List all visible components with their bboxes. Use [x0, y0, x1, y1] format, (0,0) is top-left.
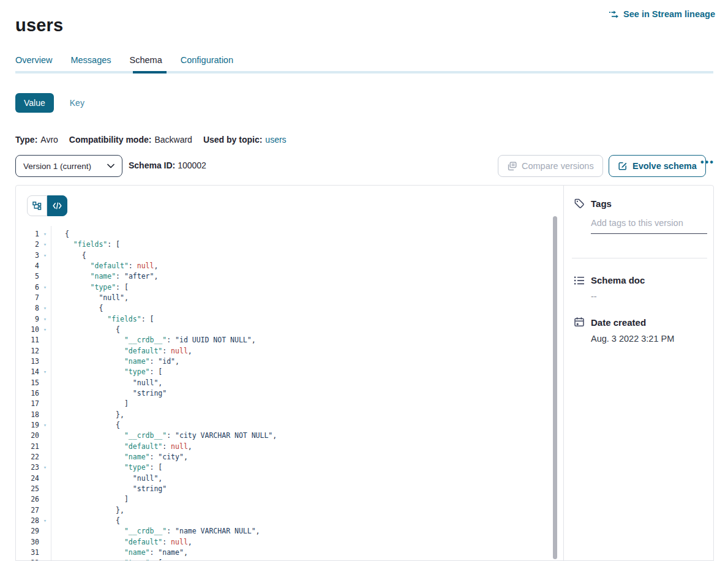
line-number: 11 — [16, 335, 39, 345]
code-line: 29 "__crdb__": "name VARCHAR NULL", — [16, 526, 551, 537]
code-line-text: "type": [ — [51, 558, 162, 561]
code-line-text: "__crdb__": "id UUID NOT NULL", — [51, 335, 256, 345]
date-created-section: Date created Aug. 3 2022 3:21 PM — [574, 317, 704, 344]
version-select[interactable]: Version 1 (current) — [15, 155, 122, 177]
code-line-text: "type": [ — [51, 367, 162, 377]
fold-spacer — [39, 494, 51, 505]
code-line: 15 "null", — [16, 378, 551, 388]
code-view-button[interactable] — [47, 195, 67, 216]
code-line-text: "default": null, — [51, 442, 192, 452]
fold-spacer — [39, 378, 51, 388]
more-options-button[interactable]: ••• — [700, 157, 715, 168]
line-number: 26 — [16, 494, 39, 505]
sidebar-divider — [572, 258, 707, 258]
tab-configuration[interactable]: Configuration — [181, 55, 233, 65]
code-line: 28▾ { — [16, 516, 551, 526]
fold-toggle-icon[interactable]: ▾ — [39, 250, 51, 261]
line-number: 20 — [16, 431, 39, 441]
stream-lineage-link[interactable]: See in Stream lineage — [609, 9, 715, 19]
tab-underline-track — [15, 71, 713, 73]
code-line: 18 }, — [16, 410, 551, 420]
fold-spacer — [39, 442, 51, 452]
line-number: 21 — [16, 442, 39, 452]
code-line-text: "__crdb__": "city VARCHAR NOT NULL", — [51, 431, 277, 441]
code-line: 7 "null", — [16, 293, 551, 303]
line-number: 15 — [16, 378, 39, 388]
code-line-text: ] — [51, 399, 129, 409]
fold-spacer — [39, 526, 51, 537]
code-line: 21 "default": null, — [16, 442, 551, 452]
code-line: 19▾ { — [16, 420, 551, 431]
code-line-text: { — [51, 516, 120, 526]
schema-doc-heading: Schema doc — [591, 275, 645, 285]
fold-spacer — [39, 410, 51, 420]
code-line: 13 "name": "id", — [16, 356, 551, 367]
topic-link[interactable]: users — [265, 135, 286, 145]
code-line: 4 "default": null, — [16, 261, 551, 271]
schema-code-area: 1▾{2▾ "fields": [3▾ {4 "default": null,5… — [16, 186, 564, 560]
schema-id-value: 100002 — [178, 160, 206, 170]
compare-icon — [507, 162, 517, 171]
tree-view-button[interactable] — [27, 195, 47, 216]
code-line-text: "fields": [ — [51, 239, 120, 250]
tags-section: Tags — [574, 198, 704, 234]
tab-schema[interactable]: Schema — [130, 55, 162, 65]
tags-input[interactable] — [591, 218, 707, 234]
fold-toggle-icon[interactable]: ▾ — [39, 516, 51, 526]
fold-toggle-icon[interactable]: ▾ — [39, 239, 51, 250]
schema-sidebar: Tags Schema doc -- — [565, 186, 713, 560]
line-number: 32 — [16, 558, 39, 561]
code-line: 3▾ { — [16, 250, 551, 261]
key-toggle-button[interactable]: Key — [70, 98, 84, 108]
vertical-scrollbar[interactable] — [553, 216, 557, 559]
edit-icon — [618, 161, 628, 171]
code-line-text: "name": "id", — [51, 356, 179, 367]
line-number: 4 — [16, 261, 39, 271]
line-number: 17 — [16, 399, 39, 409]
code-line: 30 "default": null, — [16, 537, 551, 548]
code-line: 16 "string" — [16, 388, 551, 399]
line-number: 10 — [16, 325, 39, 335]
fold-spacer — [39, 293, 51, 303]
code-line-text: "__crdb__": "name VARCHAR NULL", — [51, 526, 260, 537]
line-number: 23 — [16, 462, 39, 473]
line-number: 18 — [16, 410, 39, 420]
compatibility-value: Backward — [154, 135, 192, 145]
fold-toggle-icon[interactable]: ▾ — [39, 367, 51, 377]
line-number: 27 — [16, 505, 39, 516]
code-line: 9▾ "fields": [ — [16, 314, 551, 325]
fold-spacer — [39, 537, 51, 548]
fold-toggle-icon[interactable]: ▾ — [39, 558, 51, 561]
fold-spacer — [39, 388, 51, 399]
code-line: 1▾{ — [16, 229, 551, 239]
tags-heading: Tags — [591, 198, 612, 209]
line-number: 30 — [16, 537, 39, 548]
fold-toggle-icon[interactable]: ▾ — [39, 229, 51, 239]
value-toggle-button[interactable]: Value — [15, 93, 54, 113]
tab-overview[interactable]: Overview — [15, 55, 52, 65]
compare-versions-button[interactable]: Compare versions — [498, 155, 603, 177]
fold-toggle-icon[interactable]: ▾ — [39, 462, 51, 473]
fold-toggle-icon[interactable]: ▾ — [39, 325, 51, 335]
evolve-schema-button[interactable]: Evolve schema — [609, 155, 706, 177]
code-line-text: "default": null, — [51, 261, 158, 271]
fold-toggle-icon[interactable]: ▾ — [39, 314, 51, 325]
code-line-text: "name": "city", — [51, 452, 188, 462]
code-line-text: "string" — [51, 388, 167, 399]
code-line-text: "name": "after", — [51, 271, 158, 282]
used-by-topic-label: Used by topic: — [203, 135, 262, 145]
evolve-schema-label: Evolve schema — [632, 161, 697, 171]
fold-spacer — [39, 399, 51, 409]
fold-toggle-icon[interactable]: ▾ — [39, 282, 51, 293]
line-number: 12 — [16, 346, 39, 356]
tab-messages[interactable]: Messages — [70, 55, 111, 65]
code-editor-lines[interactable]: 1▾{2▾ "fields": [3▾ {4 "default": null,5… — [16, 229, 551, 561]
stream-lineage-label: See in Stream lineage — [623, 9, 715, 19]
fold-spacer — [39, 261, 51, 271]
code-line-text: "string" — [51, 484, 167, 494]
page-title: users — [15, 15, 63, 36]
schema-doc-value: -- — [591, 292, 704, 301]
code-line-text: "default": null, — [51, 537, 192, 548]
fold-toggle-icon[interactable]: ▾ — [39, 303, 51, 314]
fold-toggle-icon[interactable]: ▾ — [39, 420, 51, 431]
